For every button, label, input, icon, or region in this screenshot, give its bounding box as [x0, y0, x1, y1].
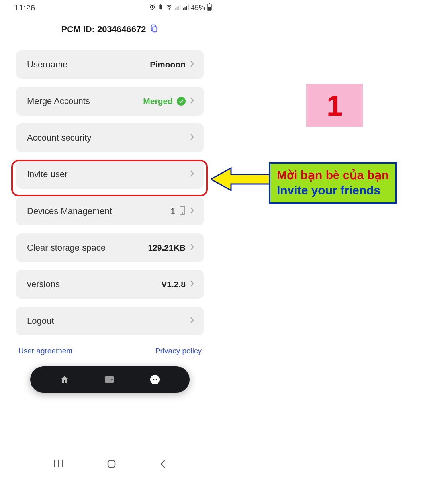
chevron-right-icon [190, 206, 194, 216]
versions-value: V1.2.8 [161, 280, 186, 289]
svg-point-20 [150, 375, 160, 384]
chevron-right-icon [190, 133, 194, 143]
versions-label: versions [27, 279, 60, 290]
svg-point-17 [182, 213, 183, 214]
footer-links: User agreement Privacy policy [0, 335, 220, 355]
callout-line1: Mời bạn bè của bạn [277, 168, 389, 183]
battery-saver-icon [158, 4, 164, 12]
svg-point-21 [153, 379, 155, 380]
svg-rect-9 [184, 7, 185, 10]
svg-rect-15 [153, 27, 157, 32]
chevron-right-icon [190, 243, 194, 253]
logout-label: Logout [27, 316, 54, 326]
svg-rect-13 [209, 3, 210, 4]
svg-rect-4 [175, 8, 176, 10]
invite-label: Invite user [27, 169, 68, 180]
svg-rect-26 [108, 460, 115, 468]
app-bottom-nav [30, 366, 190, 393]
chevron-right-icon [190, 316, 194, 326]
phone-icon [179, 206, 186, 217]
merge-value: Merged [143, 96, 173, 106]
menu-item-logout[interactable]: Logout [16, 307, 204, 335]
storage-value: 129.21KB [148, 243, 186, 253]
svg-marker-27 [211, 168, 270, 190]
battery-text: 45% [191, 4, 205, 12]
battery-icon [207, 3, 212, 12]
chevron-right-icon [190, 170, 194, 179]
callout-line2: Invite your friends [277, 183, 389, 198]
svg-point-22 [156, 379, 157, 380]
security-label: Account security [27, 133, 91, 143]
svg-rect-6 [178, 6, 179, 10]
nav-home-icon[interactable] [60, 375, 69, 384]
chevron-right-icon [190, 280, 194, 289]
svg-rect-11 [188, 4, 188, 10]
svg-rect-5 [176, 7, 177, 10]
sys-home-button[interactable] [106, 459, 117, 471]
devices-value: 1 [170, 206, 175, 216]
username-value: Pimooon [150, 60, 186, 69]
annotation-callout: Mời bạn bè của bạn Invite your friends [269, 162, 397, 204]
system-nav-bar [0, 459, 220, 471]
nav-wallet-icon[interactable] [104, 375, 115, 384]
svg-rect-2 [160, 4, 161, 4]
pcm-id-row: PCM ID: 2034646672 [0, 24, 220, 35]
sys-recent-button[interactable] [53, 459, 64, 471]
status-time: 11:26 [14, 3, 35, 12]
step-number: 1 [327, 89, 342, 122]
nav-active-icon[interactable] [150, 374, 160, 385]
annotation-step-badge: 1 [306, 84, 363, 127]
status-bar: 11:26 45% [0, 0, 220, 12]
sys-back-button[interactable] [159, 459, 166, 471]
svg-rect-10 [186, 6, 187, 10]
svg-rect-1 [159, 4, 162, 9]
svg-rect-8 [183, 8, 184, 10]
chevron-right-icon [190, 60, 194, 69]
signal-icon-2 [183, 4, 189, 12]
phone-screen: 11:26 45% PCM ID [0, 0, 220, 478]
svg-rect-14 [208, 7, 211, 10]
pcm-id-text: PCM ID: 2034646672 [61, 24, 146, 35]
check-icon [177, 97, 186, 106]
header: PCM ID: 2034646672 [0, 12, 220, 42]
svg-rect-7 [180, 4, 180, 10]
status-indicators: 45% [149, 3, 212, 12]
menu-item-invite-user[interactable]: Invite user [16, 160, 204, 189]
svg-rect-19 [111, 379, 113, 380]
storage-label: Clear storage space [27, 243, 106, 253]
signal-icon-1 [175, 4, 181, 12]
alarm-icon [149, 4, 156, 12]
menu-item-devices[interactable]: Devices Management 1 [16, 197, 204, 225]
annotation-arrow-icon [211, 167, 271, 191]
menu-item-clear-storage[interactable]: Clear storage space 129.21KB [16, 233, 204, 262]
menu-item-username[interactable]: Username Pimooon [16, 50, 204, 79]
devices-label: Devices Management [27, 206, 112, 216]
merge-label: Merge Accounts [27, 96, 90, 106]
privacy-policy-link[interactable]: Privacy policy [155, 347, 202, 355]
menu-item-account-security[interactable]: Account security [16, 123, 204, 152]
user-agreement-link[interactable]: User agreement [18, 347, 72, 355]
menu-item-merge-accounts[interactable]: Merge Accounts Merged [16, 87, 204, 116]
menu-item-versions[interactable]: versions V1.2.8 [16, 270, 204, 299]
copy-icon[interactable] [150, 24, 158, 35]
wifi-icon [166, 4, 173, 12]
svg-point-3 [169, 8, 169, 9]
username-label: Username [27, 59, 67, 70]
settings-menu: Username Pimooon Merge Accounts Merged [0, 42, 220, 335]
chevron-right-icon [190, 96, 194, 106]
